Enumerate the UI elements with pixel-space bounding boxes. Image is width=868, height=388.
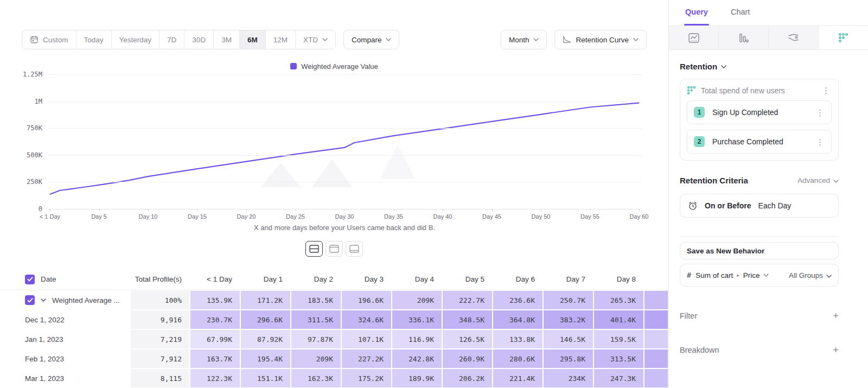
column-header[interactable]: < 1 Day [190,269,240,290]
chart-type-button[interactable]: Retention Curve [554,30,647,49]
retention-value-cell[interactable]: 364.8K [493,310,543,329]
range-7d-button[interactable]: 7D [159,30,184,49]
retention-value-cell[interactable]: 348.5K [442,310,493,329]
add-breakdown-button[interactable]: + [833,345,839,355]
retention-value-cell-clipped[interactable] [644,368,668,388]
column-header[interactable]: Day 5 [442,269,493,290]
retention-value-cell[interactable]: 171.2K [240,290,291,310]
column-header[interactable]: Total Profile(s) [130,269,190,290]
retention-value-cell[interactable]: 324.6K [341,310,392,329]
tab-query[interactable]: Query [685,8,708,26]
retention-value-cell[interactable]: 222.7K [442,290,493,310]
retention-value-cell[interactable]: 183.5K [291,290,341,310]
retention-value-cell-clipped[interactable] [644,329,668,349]
retention-value-cell[interactable]: 189.9K [392,368,442,388]
column-header[interactable]: Day 2 [291,269,341,290]
retention-value-cell[interactable]: 159.5K [593,329,644,349]
column-header[interactable]: Day 4 [392,269,442,290]
range-yesterday-button[interactable]: Yesterday [112,30,160,49]
range-today-button[interactable]: Today [76,30,112,49]
retention-value-cell[interactable]: 97.87K [291,329,341,349]
retention-value-cell[interactable]: 135.9K [190,290,240,310]
range-6m-button[interactable]: 6M [240,30,266,49]
range-30d-button[interactable]: 30D [184,30,214,49]
range-3m-button[interactable]: 3M [214,30,240,49]
save-as-new-behavior-button[interactable]: Save as New Behavior [680,242,839,259]
retention-value-cell[interactable]: 221.4K [493,368,543,388]
retention-value-cell[interactable]: 195.4K [240,349,291,368]
retention-value-cell[interactable]: 206.2K [442,368,493,388]
retention-value-cell[interactable]: 227.2K [341,349,392,368]
tab-chart[interactable]: Chart [731,8,750,26]
retention-value-cell[interactable]: 175.2K [341,368,392,388]
property-dropdown[interactable]: Sum of cart ▸ Price [695,271,784,279]
retention-value-cell[interactable]: 295.8K [543,349,593,368]
insights-report-tab[interactable] [669,26,719,49]
retention-value-cell[interactable]: 230.7K [190,310,240,329]
behavior-step-1[interactable]: 1Sign Up Completed⋮ [687,100,832,124]
criteria-condition[interactable]: On or Before Each Day [680,194,839,218]
retention-value-cell[interactable]: 146.5K [543,329,593,349]
total-profiles-cell[interactable]: 9,916 [130,310,190,329]
retention-value-cell[interactable]: 122.3K [190,368,240,388]
flows-report-tab[interactable] [769,26,819,49]
total-profiles-cell[interactable]: 7,219 [130,329,190,349]
retention-value-cell[interactable]: 126.5K [442,329,493,349]
range-xtd-button[interactable]: XTD [296,30,335,49]
column-header[interactable]: Day 8 [593,269,644,290]
retention-value-cell[interactable]: 133.8K [493,329,543,349]
retention-value-cell[interactable]: 209K [392,290,442,310]
retention-value-cell-clipped[interactable] [644,310,668,329]
groups-dropdown[interactable]: All Groups [789,271,832,279]
retention-value-cell-clipped[interactable] [644,290,668,310]
total-profiles-cell[interactable]: 8,115 [130,368,190,388]
table-view-bottom-band-button[interactable] [346,241,363,257]
column-header[interactable]: Day 6 [493,269,543,290]
date-row-label[interactable]: Jan 1, 2023 [0,329,130,349]
column-header[interactable]: Day 3 [341,269,392,290]
retention-value-cell[interactable]: 151.1K [240,368,291,388]
step-kebab-menu[interactable]: ⋮ [814,109,826,117]
retention-value-cell[interactable]: 311.5K [291,310,341,329]
funnels-report-tab[interactable] [719,26,769,49]
date-row-label[interactable]: Mar 1, 2023 [0,368,130,388]
retention-value-cell[interactable]: 383.2K [543,310,593,329]
behavior-kebab-menu[interactable]: ⋮ [820,86,832,94]
granularity-button[interactable]: Month [501,30,547,49]
total-profiles-cell[interactable]: 7,912 [130,349,190,368]
retention-value-cell[interactable]: 280.6K [493,349,543,368]
chart-legend[interactable]: Weighted Average Value [0,62,668,71]
retention-value-cell[interactable]: 236.6K [493,290,543,310]
retention-value-cell[interactable]: 67.99K [190,329,240,349]
retention-value-cell[interactable]: 234K [543,368,593,388]
series-row-label[interactable]: Weighted Average ... [0,290,130,310]
retention-value-cell[interactable]: 247.3K [593,368,644,388]
retention-value-cell[interactable]: 401.4K [593,310,644,329]
retention-value-cell[interactable]: 87.92K [240,329,291,349]
retention-report-tab[interactable] [819,26,868,49]
compare-button[interactable]: Compare [343,30,400,49]
date-row-label[interactable]: Dec 1, 2022 [0,310,130,329]
behavior-title[interactable]: Total spend of new users [701,86,815,95]
retention-value-cell[interactable]: 242.8K [392,349,442,368]
retention-value-cell[interactable]: 296.6K [240,310,291,329]
retention-value-cell[interactable]: 250.7K [543,290,593,310]
column-header[interactable]: Day 7 [543,269,593,290]
date-row-label[interactable]: Feb 1, 2023 [0,349,130,368]
retention-value-cell[interactable]: 196.6K [341,290,392,310]
retention-value-cell-clipped[interactable] [644,349,668,368]
retention-value-cell[interactable]: 163.7K [190,349,240,368]
retention-value-cell[interactable]: 265.3K [593,290,644,310]
range-custom-button[interactable]: Custom [22,30,76,49]
retention-value-cell[interactable]: 209K [291,349,341,368]
retention-value-cell[interactable]: 162.3K [291,368,341,388]
table-view-top-band-button[interactable] [326,241,343,257]
table-view-split-rows-button[interactable] [305,241,323,257]
add-filter-button[interactable]: + [833,310,839,321]
retention-value-cell[interactable]: 107.1K [341,329,392,349]
retention-value-cell[interactable]: 116.9K [392,329,442,349]
range-12m-button[interactable]: 12M [266,30,296,49]
total-profiles-cell[interactable]: 100% [130,290,190,310]
expand-chevron-icon[interactable] [41,298,46,302]
row-checkbox[interactable] [25,295,35,305]
